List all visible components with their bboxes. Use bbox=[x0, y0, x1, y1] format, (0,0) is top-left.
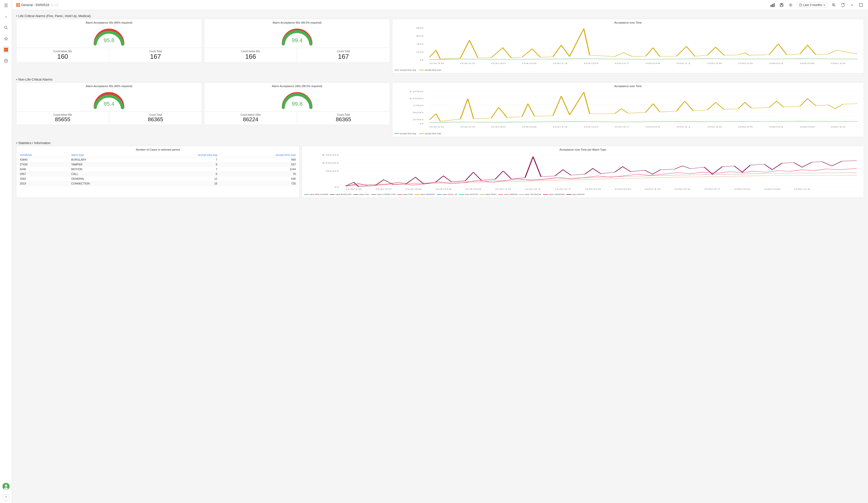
non-life-critical-chart-svg: 1250 1000 750 500 250 0 03/16 03/23 03/3… bbox=[394, 88, 862, 131]
cell-alarm-type: CONNECTION bbox=[70, 181, 143, 186]
cell-max: 70 bbox=[219, 172, 297, 177]
col-workflows[interactable]: workflows bbox=[18, 153, 70, 157]
share-icon[interactable] bbox=[55, 3, 58, 7]
avatar[interactable] bbox=[2, 483, 10, 490]
sidebar: ☰ › ? bbox=[0, 0, 12, 503]
gauge-90s-title: Alarm Acceptance 90s (80% required) bbox=[86, 85, 132, 87]
svg-rect-6 bbox=[6, 50, 8, 51]
svg-text:05/18: 05/18 bbox=[707, 126, 722, 128]
svg-text:04/20: 04/20 bbox=[584, 126, 598, 128]
statistics-table: workflows alarm type accept time avg acc… bbox=[18, 153, 297, 186]
save-icon[interactable] bbox=[778, 2, 785, 8]
breadcrumb-sep: / bbox=[34, 3, 35, 7]
chart-type-icon[interactable] bbox=[769, 2, 776, 8]
refresh-icon[interactable] bbox=[840, 2, 846, 8]
svg-text:05/11: 05/11 bbox=[676, 126, 691, 128]
svg-text:06/15: 06/15 bbox=[831, 126, 845, 128]
gauge-block-180s: Alarm Acceptance 180s (98.5% required) 9… bbox=[204, 82, 390, 125]
star-icon[interactable] bbox=[50, 3, 54, 7]
statistics-row: Number of Cases in selected period workf… bbox=[16, 146, 864, 198]
svg-text:20: 20 bbox=[416, 51, 424, 53]
stat-count-below-60s-label: Count below 60s bbox=[206, 50, 295, 53]
settings-icon[interactable] bbox=[788, 2, 794, 8]
stat-count-below-30s: Count below 30s 160 bbox=[16, 48, 109, 63]
svg-rect-3 bbox=[4, 48, 6, 50]
sidebar-item-starred[interactable] bbox=[2, 35, 10, 42]
cell-alarm-type: MOTION bbox=[70, 167, 143, 172]
gauge-30s: Alarm Acceptance 30s (80% required) 95.8 bbox=[16, 19, 202, 48]
svg-text:99.4: 99.4 bbox=[292, 37, 302, 43]
svg-text:40: 40 bbox=[416, 43, 424, 45]
gauge-60s-title: Alarm Acceptance 60s (98.5% required) bbox=[272, 21, 321, 24]
svg-text:03/30: 03/30 bbox=[491, 126, 506, 128]
gauge-block-30s: Alarm Acceptance 30s (80% required) 95.8 bbox=[16, 19, 202, 63]
legend-motion: value MOTION bbox=[459, 193, 478, 196]
sidebar-item-help[interactable]: ? bbox=[2, 494, 10, 501]
sidebar-item-dashboard[interactable] bbox=[2, 46, 10, 53]
svg-text:03/23: 03/23 bbox=[460, 62, 475, 64]
gauge-60s: Alarm Acceptance 60s (98.5% required) 99… bbox=[204, 19, 390, 48]
stat-count-total-nlc1-value: 86365 bbox=[111, 116, 200, 123]
svg-text:04/21: 04/21 bbox=[525, 188, 541, 190]
cell-avg: 12 bbox=[143, 177, 219, 181]
svg-rect-12 bbox=[16, 3, 18, 5]
svg-text:250: 250 bbox=[412, 118, 423, 121]
svg-text:05/15: 05/15 bbox=[644, 188, 661, 190]
stat-count-below-180s-value: 86224 bbox=[206, 116, 295, 123]
sidebar-item-search[interactable] bbox=[2, 24, 10, 31]
section-statistics[interactable]: Statistics / Information bbox=[16, 139, 864, 146]
sidebar-item-toggle[interactable]: › bbox=[2, 13, 10, 20]
svg-text:03/30: 03/30 bbox=[491, 62, 506, 64]
svg-text:06/01: 06/01 bbox=[769, 126, 784, 128]
svg-rect-26 bbox=[781, 3, 782, 5]
section-life-critical[interactable]: Life Critical Alarms (Fire, Panic, Hold … bbox=[16, 12, 864, 19]
cell-max: 646 bbox=[219, 177, 297, 181]
svg-text:06/08: 06/08 bbox=[800, 62, 815, 64]
time-filter-button[interactable]: Last 3 months bbox=[797, 2, 828, 8]
svg-text:0: 0 bbox=[420, 123, 423, 125]
legend-accept-max-label: accept time max bbox=[425, 69, 441, 71]
legend-accept-avg: accept time avg bbox=[394, 69, 416, 71]
dropdown-icon[interactable] bbox=[849, 2, 855, 8]
svg-point-8 bbox=[6, 60, 7, 61]
cell-avg: 16 bbox=[143, 181, 219, 186]
svg-text:03/22: 03/22 bbox=[375, 188, 392, 190]
svg-rect-4 bbox=[6, 48, 8, 50]
svg-text:1000: 1000 bbox=[409, 97, 423, 99]
chart-non-life-critical: Acceptance over Time 1250 1000 750 500 2… bbox=[392, 82, 864, 137]
svg-line-21 bbox=[56, 5, 57, 6]
svg-marker-2 bbox=[4, 37, 8, 40]
dashboard-content: Life Critical Alarms (Fire, Panic, Hold … bbox=[12, 10, 868, 503]
cell-max: 557 bbox=[219, 162, 297, 167]
non-life-critical-chart-legend: accept time avg accept time max bbox=[394, 132, 862, 135]
legend-nlc-accept-avg-label: accept time avg bbox=[400, 132, 416, 135]
svg-text:1250: 1250 bbox=[409, 90, 423, 93]
svg-text:04/09: 04/09 bbox=[465, 188, 482, 190]
col-accept-avg[interactable]: accept time avg bbox=[143, 153, 219, 157]
zoom-in-icon[interactable] bbox=[831, 2, 837, 8]
svg-point-17 bbox=[57, 3, 58, 4]
svg-text:750: 750 bbox=[412, 104, 423, 107]
svg-text:05/09: 05/09 bbox=[614, 188, 631, 190]
svg-text:04/03: 04/03 bbox=[435, 188, 452, 190]
fullscreen-icon[interactable] bbox=[858, 2, 864, 8]
table-row: 27439 TAMPER 8 557 bbox=[18, 162, 297, 167]
col-accept-max[interactable]: accept time max bbox=[219, 153, 297, 157]
section-life-critical-label: Life Critical Alarms (Fire, Panic, Hold … bbox=[18, 14, 91, 18]
svg-text:05/03: 05/03 bbox=[585, 188, 601, 190]
breadcrumb-en50518: EN50518 bbox=[36, 3, 49, 7]
svg-text:0: 0 bbox=[334, 186, 339, 188]
svg-text:95.8: 95.8 bbox=[104, 37, 114, 43]
sidebar-item-menu[interactable]: ☰ bbox=[2, 2, 10, 9]
svg-point-18 bbox=[55, 4, 56, 6]
svg-text:04/13: 04/13 bbox=[553, 126, 567, 128]
svg-text:05/27: 05/27 bbox=[704, 188, 721, 190]
svg-rect-22 bbox=[771, 5, 772, 7]
sidebar-item-explore[interactable] bbox=[2, 57, 10, 64]
chart-life-critical-title: Acceptance over Time bbox=[394, 21, 862, 24]
col-alarm-type[interactable]: alarm type bbox=[70, 153, 143, 157]
breadcrumb: General / EN50518 bbox=[16, 3, 58, 7]
svg-text:500: 500 bbox=[412, 112, 423, 114]
section-non-life-critical[interactable]: Non-Life Critical Alarms bbox=[16, 75, 864, 82]
gauge-block-60s: Alarm Acceptance 60s (98.5% required) 99… bbox=[204, 19, 390, 63]
